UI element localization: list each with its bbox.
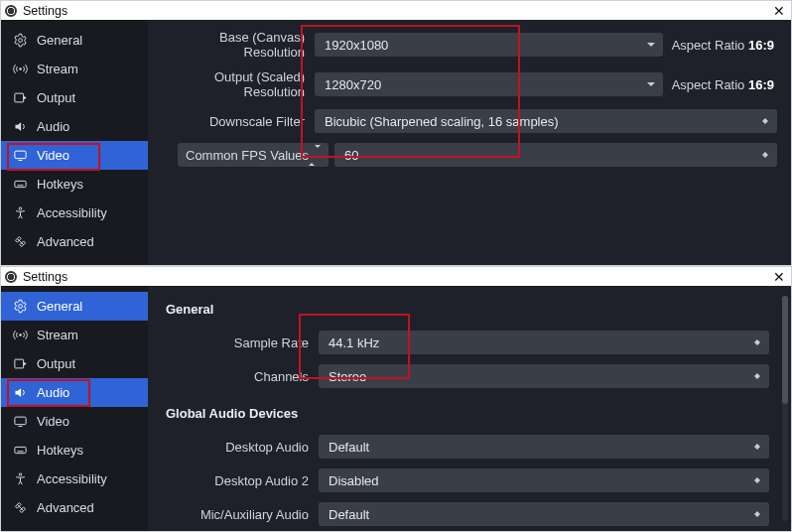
dropdown-value: Bicubic (Sharpened scaling, 16 samples) bbox=[325, 114, 559, 129]
mic-audio-dropdown[interactable]: Default bbox=[319, 502, 769, 526]
desktop-audio2-label: Desktop Audio 2 bbox=[166, 473, 313, 488]
sidebar-item-audio[interactable]: Audio bbox=[1, 378, 148, 407]
settings-window-video: Settings ✕ General Stream Output Audio bbox=[0, 0, 792, 266]
window-title: Settings bbox=[23, 4, 767, 18]
nav-label: Accessibility bbox=[37, 471, 107, 486]
dropdown-value: Stereo bbox=[329, 369, 366, 384]
chevron-down-icon bbox=[645, 33, 657, 57]
output-resolution-dropdown[interactable]: 1280x720 bbox=[315, 72, 663, 96]
speaker-icon bbox=[13, 119, 28, 134]
sidebar: General Stream Output Audio Video Hotkey… bbox=[1, 20, 148, 265]
svg-rect-8 bbox=[15, 359, 24, 368]
base-aspect-label: Aspect Ratio 16:9 bbox=[669, 38, 777, 53]
output-icon bbox=[13, 90, 28, 105]
close-icon[interactable]: ✕ bbox=[773, 270, 785, 284]
obs-icon bbox=[5, 5, 17, 17]
close-icon[interactable]: ✕ bbox=[773, 4, 785, 18]
nav-label: Stream bbox=[37, 328, 78, 342]
sidebar-item-audio[interactable]: Audio bbox=[1, 112, 148, 141]
keyboard-icon bbox=[13, 177, 28, 192]
nav-label: Hotkeys bbox=[37, 177, 83, 192]
fps-mode-label: Common FPS Values bbox=[186, 148, 309, 163]
fps-value-dropdown[interactable]: 60 bbox=[334, 143, 777, 167]
sidebar-item-output[interactable]: Output bbox=[1, 349, 148, 378]
video-settings-pane: Base (Canvas) Resolution 1920x1080 Aspec… bbox=[148, 20, 791, 265]
base-resolution-label: Base (Canvas) Resolution bbox=[162, 30, 309, 60]
stepper-icon bbox=[751, 502, 763, 526]
sidebar-item-stream[interactable]: Stream bbox=[1, 55, 148, 83]
fps-mode-selector[interactable]: Common FPS Values bbox=[178, 143, 329, 167]
keyboard-icon bbox=[13, 443, 28, 458]
downscale-filter-dropdown[interactable]: Bicubic (Sharpened scaling, 16 samples) bbox=[315, 109, 777, 133]
sidebar-item-accessibility[interactable]: Accessibility bbox=[1, 465, 148, 493]
dropdown-value: 1920x1080 bbox=[325, 38, 388, 53]
window-title: Settings bbox=[23, 270, 767, 284]
nav-label: Audio bbox=[37, 385, 69, 400]
sample-rate-dropdown[interactable]: 44.1 kHz bbox=[319, 331, 769, 354]
svg-rect-3 bbox=[15, 151, 26, 159]
accessibility-icon bbox=[13, 471, 28, 486]
stepper-icon bbox=[309, 148, 321, 163]
scrollbar-thumb[interactable] bbox=[782, 296, 788, 404]
svg-rect-9 bbox=[15, 417, 26, 425]
sidebar: General Stream Output Audio Video Hotkey… bbox=[1, 286, 148, 531]
sidebar-item-video[interactable]: Video bbox=[1, 141, 148, 170]
nav-label: General bbox=[37, 33, 82, 48]
gear-icon bbox=[13, 299, 28, 314]
dropdown-value: 60 bbox=[344, 148, 358, 163]
sidebar-item-output[interactable]: Output bbox=[1, 83, 148, 112]
nav-label: Hotkeys bbox=[37, 443, 83, 458]
desktop-audio-dropdown[interactable]: Default bbox=[319, 435, 769, 459]
accessibility-icon bbox=[13, 205, 28, 220]
titlebar[interactable]: Settings ✕ bbox=[1, 1, 791, 20]
sidebar-item-advanced[interactable]: Advanced bbox=[1, 493, 148, 522]
audio-settings-pane: General Sample Rate 44.1 kHz Channels St… bbox=[148, 286, 791, 531]
nav-label: Advanced bbox=[37, 234, 94, 249]
sidebar-item-accessibility[interactable]: Accessibility bbox=[1, 199, 148, 227]
svg-point-6 bbox=[19, 305, 23, 309]
nav-label: Audio bbox=[37, 119, 69, 134]
titlebar[interactable]: Settings ✕ bbox=[1, 267, 791, 286]
dropdown-value: 1280x720 bbox=[325, 77, 381, 92]
channels-dropdown[interactable]: Stereo bbox=[319, 364, 769, 388]
stepper-icon bbox=[759, 109, 771, 133]
nav-label: General bbox=[37, 299, 82, 314]
stepper-icon bbox=[759, 143, 771, 167]
obs-icon bbox=[5, 271, 17, 283]
base-resolution-dropdown[interactable]: 1920x1080 bbox=[315, 33, 663, 57]
svg-point-7 bbox=[19, 333, 22, 336]
mic-audio-label: Mic/Auxiliary Audio bbox=[166, 507, 313, 522]
scrollbar[interactable] bbox=[782, 296, 788, 521]
display-icon bbox=[13, 148, 28, 163]
gear-icon bbox=[13, 33, 28, 48]
svg-point-11 bbox=[19, 473, 22, 476]
general-section-header: General bbox=[166, 302, 769, 317]
sidebar-item-general[interactable]: General bbox=[1, 292, 148, 321]
sidebar-item-general[interactable]: General bbox=[1, 26, 148, 55]
svg-point-5 bbox=[19, 207, 22, 210]
nav-label: Video bbox=[37, 414, 69, 429]
channels-label: Channels bbox=[166, 369, 313, 384]
sidebar-item-hotkeys[interactable]: Hotkeys bbox=[1, 436, 148, 465]
nav-label: Advanced bbox=[37, 500, 94, 515]
svg-rect-10 bbox=[15, 447, 26, 453]
svg-rect-2 bbox=[15, 93, 24, 102]
sidebar-item-stream[interactable]: Stream bbox=[1, 321, 148, 349]
devices-section-header: Global Audio Devices bbox=[166, 406, 769, 421]
stepper-icon bbox=[751, 331, 763, 354]
nav-label: Accessibility bbox=[37, 205, 107, 220]
sample-rate-label: Sample Rate bbox=[166, 335, 313, 350]
svg-rect-4 bbox=[15, 181, 26, 187]
nav-label: Output bbox=[37, 90, 75, 105]
chevron-down-icon bbox=[645, 72, 657, 96]
output-aspect-label: Aspect Ratio 16:9 bbox=[669, 77, 777, 92]
nav-label: Video bbox=[37, 148, 69, 163]
sidebar-item-advanced[interactable]: Advanced bbox=[1, 227, 148, 256]
svg-point-0 bbox=[19, 39, 23, 43]
desktop-audio2-dropdown[interactable]: Disabled bbox=[319, 468, 769, 492]
tools-icon bbox=[13, 234, 28, 249]
sidebar-item-hotkeys[interactable]: Hotkeys bbox=[1, 170, 148, 199]
stepper-icon bbox=[751, 364, 763, 388]
output-resolution-label: Output (Scaled) Resolution bbox=[162, 69, 309, 99]
sidebar-item-video[interactable]: Video bbox=[1, 407, 148, 436]
